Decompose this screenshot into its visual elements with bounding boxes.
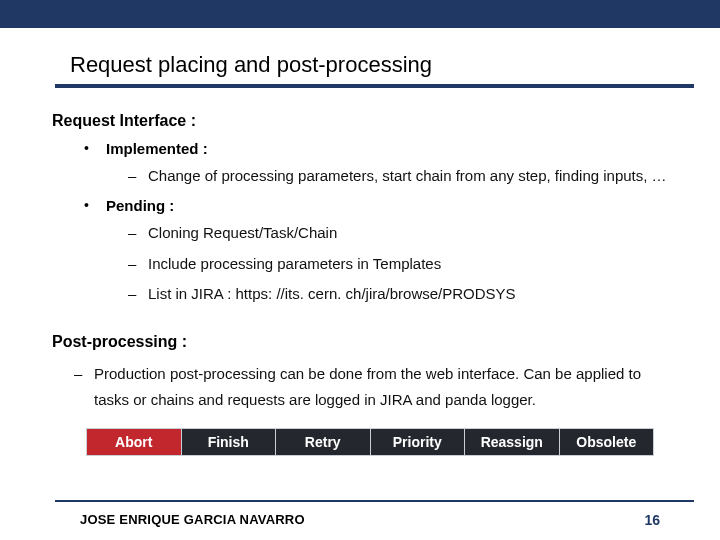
section-heading-request-interface: Request Interface : bbox=[52, 112, 668, 130]
obsolete-button[interactable]: Obsolete bbox=[560, 429, 654, 455]
footer-author: JOSE ENRIQUE GARCIA NAVARRO bbox=[80, 512, 305, 528]
post-processing-list: Production post-processing can be done f… bbox=[52, 361, 668, 412]
footer-page-number: 16 bbox=[644, 512, 660, 528]
retry-button[interactable]: Retry bbox=[276, 429, 371, 455]
list-item: Production post-processing can be done f… bbox=[74, 361, 668, 412]
list-item: Cloning Request/Task/Chain bbox=[128, 221, 668, 246]
footer-row: JOSE ENRIQUE GARCIA NAVARRO 16 bbox=[0, 512, 720, 528]
finish-button[interactable]: Finish bbox=[182, 429, 277, 455]
slide: Request placing and post-processing Requ… bbox=[0, 0, 720, 540]
reassign-button[interactable]: Reassign bbox=[465, 429, 560, 455]
pending-label: Pending : bbox=[106, 197, 174, 214]
implemented-sublist: Change of processing parameters, start c… bbox=[106, 164, 668, 189]
implemented-item: Implemented : Change of processing param… bbox=[84, 140, 668, 189]
priority-button[interactable]: Priority bbox=[371, 429, 466, 455]
section-heading-post-processing: Post-processing : bbox=[52, 333, 668, 351]
top-bar bbox=[0, 0, 720, 28]
footer: JOSE ENRIQUE GARCIA NAVARRO 16 bbox=[0, 500, 720, 528]
list-item: List in JIRA : https: //its. cern. ch/ji… bbox=[128, 282, 668, 307]
footer-divider bbox=[55, 500, 694, 502]
action-button-bar: Abort Finish Retry Priority Reassign Obs… bbox=[86, 428, 654, 456]
slide-title: Request placing and post-processing bbox=[0, 28, 720, 84]
list-item: Include processing parameters in Templat… bbox=[128, 252, 668, 277]
request-interface-list: Implemented : Change of processing param… bbox=[52, 140, 668, 307]
implemented-label: Implemented : bbox=[106, 140, 208, 157]
list-item: Change of processing parameters, start c… bbox=[128, 164, 668, 189]
pending-sublist: Cloning Request/Task/Chain Include proce… bbox=[106, 221, 668, 307]
content-area: Request Interface : Implemented : Change… bbox=[0, 88, 720, 456]
abort-button[interactable]: Abort bbox=[87, 429, 182, 455]
pending-item: Pending : Cloning Request/Task/Chain Inc… bbox=[84, 197, 668, 307]
